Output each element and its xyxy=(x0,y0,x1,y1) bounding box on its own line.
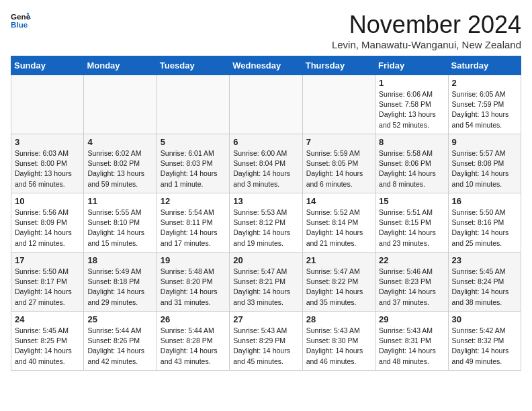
weekday-header-sunday: Sunday xyxy=(11,56,84,75)
svg-text:Blue: Blue xyxy=(11,20,28,29)
calendar-cell: 4Sunrise: 6:02 AM Sunset: 8:02 PM Daylig… xyxy=(84,134,157,193)
day-number: 12 xyxy=(161,196,226,206)
day-number: 23 xyxy=(452,255,517,265)
day-info: Sunrise: 6:05 AM Sunset: 7:59 PM Dayligh… xyxy=(452,89,517,130)
logo-icon: General Blue xyxy=(11,11,31,31)
day-info: Sunrise: 5:50 AM Sunset: 8:16 PM Dayligh… xyxy=(452,208,517,248)
calendar-week-3: 10Sunrise: 5:56 AM Sunset: 8:09 PM Dayli… xyxy=(11,193,521,253)
day-number: 4 xyxy=(87,137,152,147)
page-header: General Blue November 2024 Levin, Manawa… xyxy=(11,11,521,50)
day-info: Sunrise: 5:53 AM Sunset: 8:12 PM Dayligh… xyxy=(233,208,298,248)
calendar-cell: 26Sunrise: 5:44 AM Sunset: 8:28 PM Dayli… xyxy=(157,312,229,371)
day-number: 28 xyxy=(306,314,371,324)
day-info: Sunrise: 5:58 AM Sunset: 8:06 PM Dayligh… xyxy=(379,148,444,189)
day-info: Sunrise: 5:45 AM Sunset: 8:25 PM Dayligh… xyxy=(15,326,80,367)
title-area: November 2024 Levin, Manawatu-Wanganui, … xyxy=(332,11,521,50)
day-number: 14 xyxy=(306,196,371,206)
day-info: Sunrise: 5:44 AM Sunset: 8:28 PM Dayligh… xyxy=(161,326,226,367)
day-info: Sunrise: 6:01 AM Sunset: 8:03 PM Dayligh… xyxy=(161,148,226,189)
day-number: 10 xyxy=(15,196,80,206)
day-info: Sunrise: 5:50 AM Sunset: 8:17 PM Dayligh… xyxy=(15,267,80,308)
calendar-cell: 13Sunrise: 5:53 AM Sunset: 8:12 PM Dayli… xyxy=(230,193,302,253)
calendar-cell xyxy=(302,75,375,134)
day-number: 20 xyxy=(233,255,298,265)
calendar-week-1: 1Sunrise: 6:06 AM Sunset: 7:58 PM Daylig… xyxy=(11,75,521,134)
day-number: 18 xyxy=(87,255,152,265)
day-number: 3 xyxy=(15,137,80,147)
location-title: Levin, Manawatu-Wanganui, New Zealand xyxy=(332,39,521,50)
day-info: Sunrise: 6:03 AM Sunset: 8:00 PM Dayligh… xyxy=(15,148,80,189)
calendar-cell: 11Sunrise: 5:55 AM Sunset: 8:10 PM Dayli… xyxy=(84,193,157,253)
day-number: 24 xyxy=(15,314,80,324)
calendar-week-5: 24Sunrise: 5:45 AM Sunset: 8:25 PM Dayli… xyxy=(11,312,521,371)
calendar-week-4: 17Sunrise: 5:50 AM Sunset: 8:17 PM Dayli… xyxy=(11,253,521,312)
day-number: 30 xyxy=(452,314,517,324)
day-info: Sunrise: 5:47 AM Sunset: 8:21 PM Dayligh… xyxy=(233,267,298,308)
day-info: Sunrise: 5:49 AM Sunset: 8:18 PM Dayligh… xyxy=(87,267,152,308)
day-info: Sunrise: 5:47 AM Sunset: 8:22 PM Dayligh… xyxy=(306,267,371,308)
day-info: Sunrise: 5:43 AM Sunset: 8:30 PM Dayligh… xyxy=(306,326,371,367)
weekday-header-monday: Monday xyxy=(84,56,157,75)
calendar-cell: 8Sunrise: 5:58 AM Sunset: 8:06 PM Daylig… xyxy=(375,134,448,193)
day-number: 9 xyxy=(452,137,517,147)
day-info: Sunrise: 5:45 AM Sunset: 8:24 PM Dayligh… xyxy=(452,267,517,308)
calendar-cell xyxy=(230,75,302,134)
day-number: 11 xyxy=(87,196,152,206)
day-info: Sunrise: 5:48 AM Sunset: 8:20 PM Dayligh… xyxy=(161,267,226,308)
day-info: Sunrise: 5:56 AM Sunset: 8:09 PM Dayligh… xyxy=(15,208,80,248)
day-number: 22 xyxy=(379,255,444,265)
day-info: Sunrise: 5:46 AM Sunset: 8:23 PM Dayligh… xyxy=(379,267,444,308)
weekday-header-tuesday: Tuesday xyxy=(157,56,229,75)
day-info: Sunrise: 5:52 AM Sunset: 8:14 PM Dayligh… xyxy=(306,208,371,248)
calendar-cell: 9Sunrise: 5:57 AM Sunset: 8:08 PM Daylig… xyxy=(448,134,521,193)
calendar-cell: 7Sunrise: 5:59 AM Sunset: 8:05 PM Daylig… xyxy=(302,134,375,193)
day-info: Sunrise: 6:06 AM Sunset: 7:58 PM Dayligh… xyxy=(379,89,444,130)
day-number: 26 xyxy=(161,314,226,324)
day-number: 29 xyxy=(379,314,444,324)
day-number: 6 xyxy=(233,137,298,147)
day-number: 25 xyxy=(87,314,152,324)
day-info: Sunrise: 6:02 AM Sunset: 8:02 PM Dayligh… xyxy=(87,148,152,189)
day-number: 17 xyxy=(15,255,80,265)
day-number: 5 xyxy=(161,137,226,147)
calendar-cell: 22Sunrise: 5:46 AM Sunset: 8:23 PM Dayli… xyxy=(375,253,448,312)
calendar-cell: 30Sunrise: 5:42 AM Sunset: 8:32 PM Dayli… xyxy=(448,312,521,371)
weekday-header-wednesday: Wednesday xyxy=(230,56,302,75)
day-number: 7 xyxy=(306,137,371,147)
calendar-cell: 12Sunrise: 5:54 AM Sunset: 8:11 PM Dayli… xyxy=(157,193,229,253)
logo: General Blue xyxy=(11,11,31,31)
calendar-cell: 27Sunrise: 5:43 AM Sunset: 8:29 PM Dayli… xyxy=(230,312,302,371)
calendar-cell: 1Sunrise: 6:06 AM Sunset: 7:58 PM Daylig… xyxy=(375,75,448,134)
day-number: 13 xyxy=(233,196,298,206)
calendar-cell: 18Sunrise: 5:49 AM Sunset: 8:18 PM Dayli… xyxy=(84,253,157,312)
calendar-cell: 3Sunrise: 6:03 AM Sunset: 8:00 PM Daylig… xyxy=(11,134,84,193)
calendar-header-row: SundayMondayTuesdayWednesdayThursdayFrid… xyxy=(11,56,521,75)
day-number: 1 xyxy=(379,78,444,88)
calendar-cell xyxy=(84,75,157,134)
day-number: 8 xyxy=(379,137,444,147)
day-info: Sunrise: 5:57 AM Sunset: 8:08 PM Dayligh… xyxy=(452,148,517,189)
day-info: Sunrise: 5:59 AM Sunset: 8:05 PM Dayligh… xyxy=(306,148,371,189)
calendar-cell xyxy=(157,75,229,134)
day-info: Sunrise: 5:43 AM Sunset: 8:29 PM Dayligh… xyxy=(233,326,298,367)
calendar-week-2: 3Sunrise: 6:03 AM Sunset: 8:00 PM Daylig… xyxy=(11,134,521,193)
calendar-cell: 23Sunrise: 5:45 AM Sunset: 8:24 PM Dayli… xyxy=(448,253,521,312)
calendar-cell: 21Sunrise: 5:47 AM Sunset: 8:22 PM Dayli… xyxy=(302,253,375,312)
calendar-cell: 20Sunrise: 5:47 AM Sunset: 8:21 PM Dayli… xyxy=(230,253,302,312)
calendar-cell: 16Sunrise: 5:50 AM Sunset: 8:16 PM Dayli… xyxy=(448,193,521,253)
day-info: Sunrise: 5:42 AM Sunset: 8:32 PM Dayligh… xyxy=(452,326,517,367)
calendar-cell: 5Sunrise: 6:01 AM Sunset: 8:03 PM Daylig… xyxy=(157,134,229,193)
day-number: 19 xyxy=(161,255,226,265)
day-info: Sunrise: 5:54 AM Sunset: 8:11 PM Dayligh… xyxy=(161,208,226,248)
day-info: Sunrise: 6:00 AM Sunset: 8:04 PM Dayligh… xyxy=(233,148,298,189)
day-info: Sunrise: 5:44 AM Sunset: 8:26 PM Dayligh… xyxy=(87,326,152,367)
calendar-cell: 17Sunrise: 5:50 AM Sunset: 8:17 PM Dayli… xyxy=(11,253,84,312)
month-title: November 2024 xyxy=(332,11,521,39)
day-number: 27 xyxy=(233,314,298,324)
day-number: 16 xyxy=(452,196,517,206)
weekday-header-saturday: Saturday xyxy=(448,56,521,75)
weekday-header-thursday: Thursday xyxy=(302,56,375,75)
day-info: Sunrise: 5:55 AM Sunset: 8:10 PM Dayligh… xyxy=(87,208,152,248)
calendar-cell: 24Sunrise: 5:45 AM Sunset: 8:25 PM Dayli… xyxy=(11,312,84,371)
day-info: Sunrise: 5:43 AM Sunset: 8:31 PM Dayligh… xyxy=(379,326,444,367)
